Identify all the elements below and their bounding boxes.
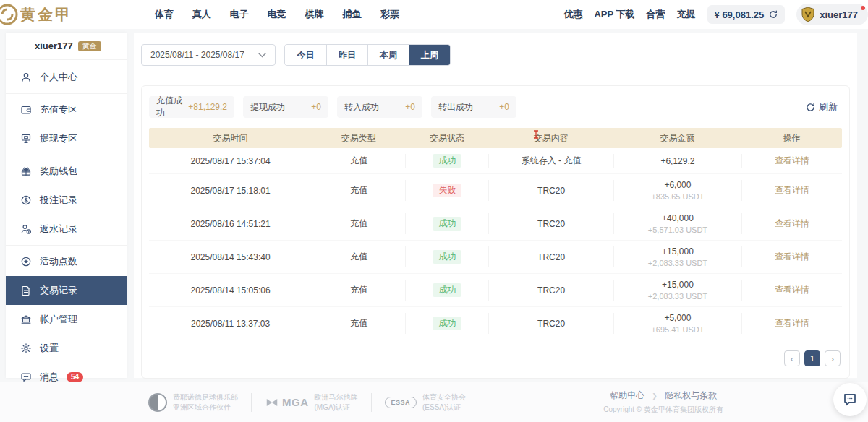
nav-cards[interactable]: 棋牌 xyxy=(305,8,324,21)
link-deposit-withdraw[interactable]: 充提 xyxy=(677,8,696,21)
cell-type: 充值 xyxy=(312,180,405,201)
cell-action: 查看详情 xyxy=(741,313,842,334)
cell-content: TRC20 xyxy=(488,213,613,234)
user-menu[interactable]: xiuer177 xyxy=(796,4,868,25)
view-details-link[interactable]: 查看详情 xyxy=(775,251,809,263)
view-details-link[interactable]: 查看详情 xyxy=(775,218,809,230)
view-details-link[interactable]: 查看详情 xyxy=(775,317,809,330)
main-nav: 体育 真人 电子 电竞 棋牌 捕鱼 彩票 xyxy=(155,8,399,21)
amount-main: +15,000 xyxy=(662,246,694,257)
view-details-link[interactable]: 查看详情 xyxy=(775,184,809,197)
cell-status: 失败 xyxy=(405,180,488,201)
sidebar-item-bet-records[interactable]: 投注记录 xyxy=(6,186,127,215)
filter-bar: 2025/08/11 - 2025/08/17 今日 昨日 本周 上周 xyxy=(141,44,850,66)
cell-status: 成功 xyxy=(405,313,488,334)
tab-last-week[interactable]: 上周 xyxy=(409,45,450,65)
sidebar-username: xiuer177 xyxy=(35,40,73,51)
star-circle-icon xyxy=(20,256,32,268)
cell-time: 2025/08/14 15:43:40 xyxy=(149,246,312,267)
sidebar-item-account-management[interactable]: 帐户管理 xyxy=(6,305,127,334)
cell-time: 2025/08/16 14:51:21 xyxy=(149,213,312,234)
menu-divider xyxy=(6,155,127,155)
sidebar-item-rebate-records[interactable]: 返水记录 xyxy=(6,215,127,244)
brand-logo[interactable]: 黄金甲 xyxy=(0,1,72,27)
sidebar-item-reward-wallet[interactable]: 奖励钱包 xyxy=(6,157,127,186)
link-promotions[interactable]: 优惠 xyxy=(563,8,582,21)
cell-amount: +6,000+835.65 USDT xyxy=(613,180,741,201)
bank-icon xyxy=(20,314,32,326)
partner-line2: (MGA)认证 xyxy=(315,403,358,412)
stat-label: 充值成功 xyxy=(156,95,188,119)
sidebar-item-personal-center[interactable]: 个人中心 xyxy=(6,63,127,92)
balance-amount: ¥ 69,081.25 xyxy=(715,9,765,20)
amount-usdt: +835.65 USDT xyxy=(651,192,704,201)
nav-esports[interactable]: 电竞 xyxy=(268,8,286,21)
table-row: 2025/08/17 15:18:01 充值 失败 TRC20 +6,000+8… xyxy=(149,174,842,207)
vip-level-badge: 黄金 xyxy=(78,41,101,51)
date-range-picker[interactable]: 2025/08/11 - 2025/08/17 xyxy=(141,44,276,66)
partner-line1: 体育安全协会 xyxy=(422,393,466,402)
nav-slots[interactable]: 电子 xyxy=(230,8,249,21)
tab-yesterday[interactable]: 昨日 xyxy=(326,45,367,65)
user-coin-icon xyxy=(20,223,32,236)
sidebar-item-settings[interactable]: 设置 xyxy=(6,334,127,363)
nav-live[interactable]: 真人 xyxy=(192,8,211,21)
stat-withdraw-success: 提现成功 +0 xyxy=(243,96,328,118)
cell-amount: +5,000+695.41 USDT xyxy=(613,313,741,334)
sidebar: xiuer177 黄金 个人中心 充值专区 提现专区 xyxy=(6,33,127,378)
stat-transfer-out-success: 转出成功 +0 xyxy=(431,96,516,118)
amount-usdt: +2,083.33 USDT xyxy=(648,259,707,267)
nav-sports[interactable]: 体育 xyxy=(155,8,174,21)
pagination-next-button[interactable]: › xyxy=(825,350,841,366)
col-header-type: 交易类型 xyxy=(312,132,405,145)
records-card: 充值成功 +81,129.2 提现成功 +0 转入成功 +0 转出成功 +0 刷… xyxy=(141,85,850,379)
notification-dot xyxy=(861,6,865,10)
cell-type: 充值 xyxy=(312,246,405,267)
sidebar-item-label: 交易记录 xyxy=(40,284,77,297)
table-row: 2025/08/17 15:37:04 充值 成功 系统存入 - 充值 +6,1… xyxy=(149,148,842,174)
sidebar-menu: 个人中心 充值专区 提现专区 奖励钱包 投注记录 xyxy=(6,60,127,392)
table-header: 交易时间 交易类型 交易状态 交易内容 交易金额 操作 xyxy=(149,128,842,148)
tab-this-week[interactable]: 本周 xyxy=(367,45,409,65)
nav-lottery[interactable]: 彩票 xyxy=(380,8,399,21)
cell-time: 2025/08/17 15:37:04 xyxy=(149,154,312,168)
unread-count-badge: 54 xyxy=(67,372,83,382)
col-header-amount: 交易金额 xyxy=(613,132,741,145)
refresh-button[interactable]: 刷新 xyxy=(806,100,838,113)
tab-today[interactable]: 今日 xyxy=(285,45,326,65)
stat-deposit-success: 充值成功 +81,129.2 xyxy=(149,96,234,118)
link-app-download[interactable]: APP 下载 xyxy=(594,8,634,21)
page-footer: 费耶诺德足球俱乐部 亚洲区域合作伙伴 MGA 欧洲马尔他牌 (MGA)认证 ES… xyxy=(0,382,868,422)
sidebar-item-deposit-zone[interactable]: 充值专区 xyxy=(6,95,127,124)
table-row: 2025/08/14 15:43:40 充值 成功 TRC20 +15,000+… xyxy=(149,241,842,274)
table-row: 2025/08/16 14:51:21 充值 成功 TRC20 +40,000+… xyxy=(149,207,842,241)
privacy-terms-link[interactable]: 隐私权与条款 xyxy=(665,389,717,402)
sidebar-item-activity-points[interactable]: 活动点数 xyxy=(6,247,127,276)
refresh-balance-icon[interactable] xyxy=(769,10,778,19)
pagination-page-1[interactable]: 1 xyxy=(804,350,820,366)
amount-main: +6,000 xyxy=(664,180,691,190)
menu-divider xyxy=(6,245,127,246)
view-details-link[interactable]: 查看详情 xyxy=(775,155,809,167)
status-badge: 失败 xyxy=(433,184,461,197)
cell-status: 成功 xyxy=(405,154,488,168)
help-center-link[interactable]: 帮助中心 xyxy=(610,389,644,402)
link-affiliate[interactable]: 合营 xyxy=(647,8,665,21)
sidebar-item-transaction-records[interactable]: 交易记录 xyxy=(6,276,127,305)
stat-label: 转出成功 xyxy=(438,101,473,113)
cell-time: 2025/08/11 13:37:03 xyxy=(149,313,312,334)
live-chat-button[interactable] xyxy=(833,383,867,416)
gear-icon xyxy=(20,343,32,355)
amount-main: +15,000 xyxy=(662,280,694,290)
cell-content: TRC20 xyxy=(488,280,613,301)
cell-type: 充值 xyxy=(312,280,405,301)
pagination-prev-button[interactable]: ‹ xyxy=(784,350,800,366)
sidebar-item-withdraw-zone[interactable]: 提现专区 xyxy=(6,124,127,153)
cell-amount: +15,000+2,083.33 USDT xyxy=(613,280,741,301)
stat-value: +81,129.2 xyxy=(188,102,227,112)
nav-fishing[interactable]: 捕鱼 xyxy=(343,8,362,21)
status-badge: 成功 xyxy=(433,217,461,231)
view-details-link[interactable]: 查看详情 xyxy=(775,284,809,296)
sidebar-item-label: 返水记录 xyxy=(40,223,77,236)
sidebar-item-label: 提现专区 xyxy=(40,132,77,145)
